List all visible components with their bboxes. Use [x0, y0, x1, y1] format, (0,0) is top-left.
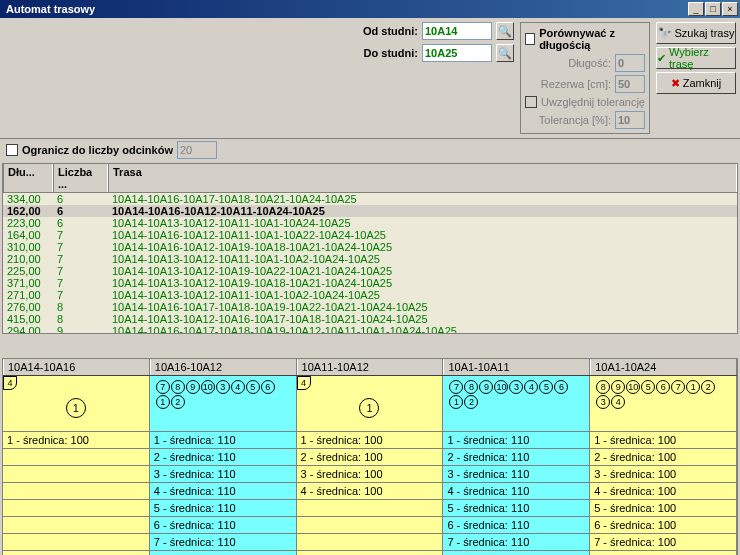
diameter-cell: 1 - średnica: 100	[590, 432, 737, 449]
diameter-cell: 5 - średnica: 110	[443, 500, 590, 517]
diameter-cell: 3 - średnica: 100	[297, 466, 444, 483]
to-label: Do studni:	[348, 47, 418, 59]
table-row[interactable]: 276,00810A14-10A16-10A17-10A18-10A19-10A…	[3, 301, 737, 313]
select-route-button[interactable]: ✔Wybierz trasę	[656, 47, 736, 69]
maximize-button[interactable]: □	[705, 2, 721, 16]
diameter-cell: 7 - średnica: 100	[590, 534, 737, 551]
reserve-input	[615, 75, 645, 93]
diameter-cell	[3, 551, 150, 555]
diameter-cell: 4 - średnica: 110	[150, 483, 297, 500]
diameter-cell: 3 - średnica: 110	[443, 466, 590, 483]
diagram-cell: 89105671234	[590, 376, 737, 432]
table-row[interactable]: 294,00910A14-10A16-10A17-10A18-10A19-10A…	[3, 325, 737, 333]
diameter-cell: 1 - średnica: 100	[297, 432, 444, 449]
segment-label: Ogranicz do liczby odcinków	[22, 144, 173, 156]
tolerance-input	[615, 111, 645, 129]
diameter-cell: 4 - średnica: 110	[443, 483, 590, 500]
to-input[interactable]	[422, 44, 492, 62]
diameter-cell: 8 - średnica: 100	[590, 551, 737, 555]
detail-header[interactable]: 10A11-10A12	[297, 359, 444, 375]
diameter-cell	[297, 534, 444, 551]
detail-header[interactable]: 10A14-10A16	[3, 359, 150, 375]
table-row[interactable]: 271,00710A14-10A13-10A12-10A11-10A1-10A2…	[3, 289, 737, 301]
diameter-cell: 4 - średnica: 100	[297, 483, 444, 500]
length-input	[615, 54, 645, 72]
diameter-cell	[297, 551, 444, 555]
table-row[interactable]: 162,00610A14-10A16-10A12-10A11-10A24-10A…	[3, 205, 737, 217]
close-button[interactable]: ×	[722, 2, 738, 16]
tolerance-checkbox[interactable]	[525, 96, 537, 108]
diameter-cell: 6 - średnica: 110	[150, 517, 297, 534]
length-label: Długość:	[525, 57, 611, 69]
detail-header[interactable]: 10A16-10A12	[150, 359, 297, 375]
table-row[interactable]: 371,00710A14-10A13-10A12-10A19-10A18-10A…	[3, 277, 737, 289]
diameter-cell: 8 - średnica: 110	[150, 551, 297, 555]
table-row[interactable]: 223,00610A14-10A13-10A12-10A11-10A1-10A2…	[3, 217, 737, 229]
diameter-cell: 2 - średnica: 110	[443, 449, 590, 466]
diameter-cell: 5 - średnica: 100	[590, 500, 737, 517]
diameter-cell: 7 - średnica: 110	[443, 534, 590, 551]
diameter-cell: 1 - średnica: 110	[150, 432, 297, 449]
compare-label: Porównywać z długością	[539, 27, 645, 51]
diameter-cell: 3 - średnica: 110	[150, 466, 297, 483]
diagram-cell: 1	[297, 376, 444, 432]
compare-panel: Porównywać z długością Długość: Rezerwa …	[520, 22, 650, 134]
table-row[interactable]: 334,00610A14-10A16-10A17-10A18-10A21-10A…	[3, 193, 737, 205]
binoculars-icon: 🔭	[658, 27, 672, 40]
search-route-button[interactable]: 🔭Szukaj trasy	[656, 22, 736, 44]
diameter-cell	[3, 500, 150, 517]
detail-grid: 10A14-10A1610A16-10A1210A11-10A1210A1-10…	[2, 358, 738, 555]
diameter-cell: 2 - średnica: 110	[150, 449, 297, 466]
diameter-cell: 6 - średnica: 110	[443, 517, 590, 534]
diameter-cell	[297, 517, 444, 534]
toolbar: Od studni: 🔍 Do studni: 🔍 Porównywać z d…	[0, 18, 740, 138]
from-input[interactable]	[422, 22, 492, 40]
close-dialog-button[interactable]: ✖Zamknij	[656, 72, 736, 94]
diameter-cell: 2 - średnica: 100	[297, 449, 444, 466]
diameter-cell: 7 - średnica: 110	[150, 534, 297, 551]
diagram-cell: 78910345612	[443, 376, 590, 432]
diameter-cell	[3, 534, 150, 551]
diagram-cell: 1	[3, 376, 150, 432]
segment-input	[177, 141, 217, 159]
from-label: Od studni:	[348, 25, 418, 37]
detail-header[interactable]: 10A1-10A24	[590, 359, 737, 375]
minimize-button[interactable]: _	[688, 2, 704, 16]
table-row[interactable]: 225,00710A14-10A13-10A12-10A19-10A22-10A…	[3, 265, 737, 277]
diameter-cell	[3, 483, 150, 500]
grid-body[interactable]: 334,00610A14-10A16-10A17-10A18-10A21-10A…	[3, 193, 737, 333]
diameter-cell: 6 - średnica: 100	[590, 517, 737, 534]
diameter-cell: 3 - średnica: 100	[590, 466, 737, 483]
table-row[interactable]: 310,00710A14-10A16-10A12-10A19-10A18-10A…	[3, 241, 737, 253]
col-route[interactable]: Trasa	[108, 164, 737, 192]
detail-header[interactable]: 10A1-10A11	[443, 359, 590, 375]
table-row[interactable]: 415,00810A14-10A13-10A12-10A16-10A17-10A…	[3, 313, 737, 325]
check-icon: ✔	[657, 52, 666, 65]
diameter-cell: 8 - średnica: 110	[443, 551, 590, 555]
segment-checkbox[interactable]	[6, 144, 18, 156]
diameter-cell: 1 - średnica: 110	[443, 432, 590, 449]
diagram-cell: 78910345612	[150, 376, 297, 432]
diameter-cell	[3, 517, 150, 534]
window-title: Automat trasowy	[2, 3, 688, 15]
from-search-icon[interactable]: 🔍	[496, 22, 514, 40]
table-row[interactable]: 164,00710A14-10A16-10A12-10A11-10A1-10A2…	[3, 229, 737, 241]
routes-grid: Dłu... Liczba ... Trasa 334,00610A14-10A…	[2, 163, 738, 334]
col-count[interactable]: Liczba ...	[53, 164, 108, 192]
titlebar: Automat trasowy _ □ ×	[0, 0, 740, 18]
diameter-cell	[3, 449, 150, 466]
col-length[interactable]: Dłu...	[3, 164, 53, 192]
to-search-icon[interactable]: 🔍	[496, 44, 514, 62]
diameter-cell: 5 - średnica: 110	[150, 500, 297, 517]
diameter-cell	[297, 500, 444, 517]
table-row[interactable]: 210,00710A14-10A13-10A12-10A11-10A1-10A2…	[3, 253, 737, 265]
diameter-cell: 4 - średnica: 100	[590, 483, 737, 500]
tolerance-label: Tolerancja [%]:	[525, 114, 611, 126]
diameter-cell: 1 - średnica: 100	[3, 432, 150, 449]
tolerance-chk-label: Uwzględnij tolerancję	[541, 96, 645, 108]
diameter-cell	[3, 466, 150, 483]
diameter-cell: 2 - średnica: 100	[590, 449, 737, 466]
segment-row: Ogranicz do liczby odcinków	[0, 138, 740, 161]
compare-checkbox[interactable]	[525, 33, 535, 45]
reserve-label: Rezerwa [cm]:	[525, 78, 611, 90]
